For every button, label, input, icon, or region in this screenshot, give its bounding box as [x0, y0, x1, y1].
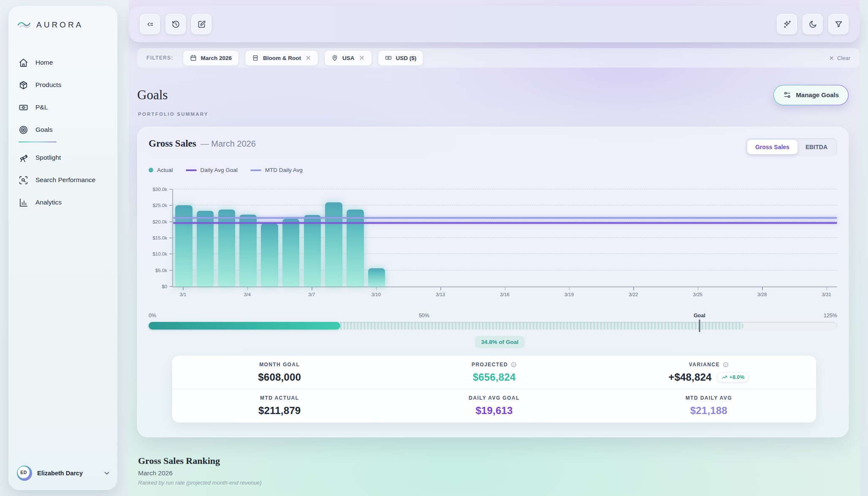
- calendar-icon: [190, 55, 197, 61]
- avatar: ED: [17, 466, 32, 481]
- filter-chip-brand[interactable]: Bloom & Root: [245, 50, 318, 66]
- chart-legend: Actual Daily Avg Goal MTD Daily Avg: [149, 167, 837, 173]
- sparkles-icon: [783, 20, 792, 29]
- filter-button[interactable]: [828, 14, 849, 34]
- sidebar-item-products[interactable]: Products: [16, 76, 110, 93]
- variance-trend-badge: +8.0%: [717, 372, 749, 382]
- target-icon: [19, 125, 28, 135]
- variance-pct: +8.0%: [730, 374, 745, 380]
- bar-3/8: [325, 202, 342, 286]
- banknote-icon: [385, 55, 392, 61]
- sidebar-item-label: Goals: [35, 126, 53, 134]
- filter-chip-label: Bloom & Root: [263, 55, 301, 61]
- avatar-initials: ED: [18, 466, 30, 478]
- progress-max-label: 125%: [824, 313, 837, 319]
- info-icon[interactable]: [511, 362, 517, 368]
- gross-sales-card: Gross Sales — March 2026 Gross Sales EBI…: [137, 127, 849, 437]
- progress-badge-row: 34.8% of Goal: [149, 336, 837, 349]
- card-header: Gross Sales — March 2026 Gross Sales EBI…: [149, 138, 837, 156]
- sidebar-item-home[interactable]: Home: [16, 54, 110, 71]
- metric-toggle: Gross Sales EBITDA: [746, 138, 837, 156]
- sidebar-item-goals[interactable]: Goals: [16, 121, 110, 138]
- sidebar-item-label: Products: [35, 81, 61, 89]
- goal-marker: [699, 319, 700, 332]
- progress-min-label: 0%: [149, 313, 156, 319]
- remove-filter-icon[interactable]: [305, 55, 311, 61]
- collapse-sidebar-button[interactable]: [140, 14, 160, 34]
- history-button[interactable]: [165, 14, 186, 34]
- ranking-section: Gross Sales Ranking March 2026 Ranked by…: [138, 455, 262, 486]
- user-menu[interactable]: ED Elizabeth Darcy: [17, 466, 111, 481]
- page-header: Goals Manage Goals: [137, 79, 849, 112]
- section-label: PORTFOLIO SUMMARY: [138, 112, 209, 117]
- sidebar-item-pnl[interactable]: P&L: [16, 99, 110, 116]
- legend-item-mtd-daily-avg: MTD Daily Avg: [250, 167, 303, 173]
- stat-label: MONTH GOAL: [259, 362, 300, 368]
- filter-chip-label: USD ($): [396, 55, 417, 61]
- app-root: AURORA Home Products P&L Goals Spotlight: [0, 0, 868, 496]
- bar-3/3: [218, 210, 236, 286]
- info-icon[interactable]: [723, 362, 729, 368]
- legend-label: MTD Daily Avg: [265, 167, 303, 173]
- bar-3/9: [347, 210, 364, 286]
- toggle-gross-sales[interactable]: Gross Sales: [747, 140, 797, 154]
- stat-mtd-daily-avg: MTD DAILY AVG $21,188: [602, 389, 816, 422]
- stat-label: MTD ACTUAL: [260, 395, 299, 401]
- brand-name: AURORA: [36, 20, 83, 30]
- plot-area: [172, 189, 837, 287]
- x-axis: 3/13/43/73/103/133/163/193/223/253/283/3…: [172, 287, 837, 301]
- stat-value: $608,000: [258, 371, 301, 383]
- stat-month-goal: MONTH GOAL $608,000: [172, 356, 387, 389]
- sidebar-nav: Home Products P&L Goals Spotlight Search…: [8, 54, 117, 211]
- refline-daily-avg-goal: [173, 222, 837, 224]
- sidebar-item-spotlight[interactable]: Spotlight: [16, 149, 110, 166]
- chart: $0$5.0k$10.0k$15.0k$20.0k$25.0k$30.0k 3/…: [149, 189, 837, 301]
- sidebar-item-label: Spotlight: [35, 154, 61, 161]
- filters-bar: FILTERS: March 2026 Bloom & Root USA USD…: [137, 48, 860, 68]
- ranking-note: Ranked by run rate (projected month-end …: [138, 480, 262, 486]
- bar-3/6: [282, 219, 300, 286]
- stat-value: +$48,824: [668, 371, 711, 383]
- stat-label: VARIANCE: [689, 362, 720, 368]
- sidebar-item-label: Home: [35, 59, 53, 66]
- sliders-icon: [783, 91, 791, 99]
- ranking-title: Gross Sales Ranking: [138, 455, 262, 466]
- remove-filter-icon[interactable]: [359, 55, 365, 61]
- progress-mid-label: 50%: [419, 313, 429, 319]
- sidebar-item-label: P&L: [35, 104, 48, 111]
- clear-filters-button[interactable]: Clear: [829, 55, 850, 61]
- stat-value: $19,613: [475, 405, 513, 417]
- sidebar-item-label: Analytics: [35, 199, 62, 206]
- edit-button[interactable]: [191, 14, 212, 34]
- package-icon: [19, 80, 28, 90]
- dark-mode-button[interactable]: [803, 14, 823, 34]
- progress-scale-labels: 0% 50% Goal 125%: [149, 313, 837, 320]
- user-name: Elizabeth Darcy: [37, 470, 98, 477]
- filter-chip-label: March 2026: [201, 55, 232, 61]
- ai-assistant-button[interactable]: [777, 14, 797, 34]
- filter-chip-currency[interactable]: USD ($): [378, 50, 424, 66]
- bar-3/10: [368, 268, 385, 286]
- filter-chip-month[interactable]: March 2026: [183, 50, 239, 66]
- legend-line-mtd-daily-avg: [250, 169, 261, 171]
- card-subtitle: — March 2026: [201, 139, 256, 149]
- toggle-ebitda[interactable]: EBITDA: [797, 140, 835, 154]
- filter-chip-country[interactable]: USA: [324, 50, 372, 66]
- home-icon: [19, 58, 28, 68]
- card-title: Gross Sales: [149, 138, 196, 149]
- manage-goals-label: Manage Goals: [796, 91, 839, 98]
- stat-value: $656,824: [473, 371, 516, 383]
- refline-mtd-daily-avg: [173, 217, 837, 219]
- map-pin-icon: [331, 55, 338, 61]
- chevron-down-icon[interactable]: [103, 469, 111, 477]
- stat-value: $211,879: [258, 405, 301, 417]
- edit-icon: [197, 20, 206, 29]
- legend-line-daily-avg-goal: [186, 169, 197, 171]
- toolbar-right-group: [771, 14, 849, 34]
- sidebar-item-search-performance[interactable]: Search Performance: [16, 172, 110, 188]
- sidebar-item-label: Search Performance: [35, 176, 95, 184]
- clear-filters-label: Clear: [837, 55, 850, 61]
- sidebar-item-analytics[interactable]: Analytics: [16, 194, 110, 211]
- manage-goals-button[interactable]: Manage Goals: [773, 85, 849, 105]
- aurora-wave-icon: [17, 19, 31, 31]
